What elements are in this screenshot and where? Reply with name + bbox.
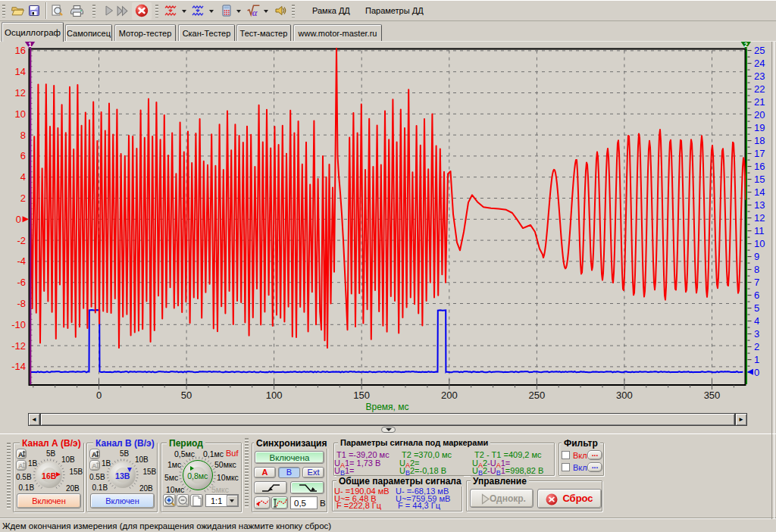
- svg-text:3: 3: [754, 328, 759, 340]
- svg-text:0: 0: [754, 367, 759, 378]
- svg-text:100: 100: [266, 390, 283, 401]
- svg-text:4: 4: [20, 171, 26, 183]
- svg-text:250: 250: [529, 390, 546, 401]
- svg-text:17: 17: [754, 148, 765, 159]
- svg-text:12: 12: [754, 212, 765, 224]
- svg-text:10: 10: [754, 238, 765, 249]
- svg-text:-6: -6: [17, 277, 26, 288]
- svg-text:4: 4: [754, 315, 759, 327]
- svg-text:2: 2: [744, 42, 748, 49]
- svg-text:1: 1: [28, 42, 32, 49]
- svg-text:-2: -2: [17, 235, 26, 246]
- svg-text:8: 8: [754, 264, 759, 275]
- svg-text:α: α: [252, 8, 258, 17]
- svg-text:22: 22: [754, 83, 765, 95]
- svg-text:11: 11: [754, 225, 765, 236]
- svg-text:0: 0: [16, 214, 21, 225]
- svg-text:0: 0: [96, 390, 102, 401]
- svg-text:150: 150: [353, 390, 370, 401]
- svg-text:24: 24: [754, 58, 765, 69]
- svg-text:15: 15: [754, 174, 765, 185]
- svg-text:14: 14: [754, 186, 765, 198]
- svg-text:21: 21: [754, 96, 765, 108]
- svg-text:-14: -14: [11, 361, 26, 372]
- svg-text:8: 8: [20, 130, 26, 141]
- svg-text:25: 25: [754, 45, 765, 56]
- svg-text:1: 1: [754, 354, 759, 365]
- svg-text:5: 5: [754, 302, 759, 314]
- svg-text:7: 7: [754, 277, 759, 288]
- svg-text:13: 13: [754, 199, 765, 211]
- svg-text:6: 6: [20, 150, 26, 161]
- svg-text:350: 350: [704, 390, 721, 401]
- svg-text:9: 9: [754, 251, 759, 262]
- svg-text:16: 16: [15, 45, 26, 56]
- svg-text:12: 12: [15, 87, 26, 99]
- svg-text:-10: -10: [11, 319, 26, 330]
- svg-text:-8: -8: [17, 298, 26, 309]
- svg-text:10: 10: [15, 108, 26, 120]
- svg-text:16: 16: [754, 161, 765, 172]
- svg-text:-12: -12: [11, 340, 26, 352]
- svg-text:14: 14: [15, 66, 26, 77]
- svg-text:Время, мс: Время, мс: [365, 402, 408, 412]
- svg-text:18: 18: [754, 135, 765, 146]
- svg-text:300: 300: [616, 390, 633, 401]
- svg-text:2: 2: [754, 341, 759, 352]
- svg-text:-4: -4: [17, 255, 26, 267]
- svg-text:50: 50: [181, 390, 192, 401]
- svg-text:6: 6: [754, 289, 759, 301]
- svg-text:23: 23: [754, 70, 765, 82]
- svg-text:200: 200: [441, 390, 458, 401]
- svg-text:2: 2: [20, 192, 26, 204]
- svg-text:19: 19: [754, 122, 765, 133]
- svg-text:20: 20: [754, 109, 765, 120]
